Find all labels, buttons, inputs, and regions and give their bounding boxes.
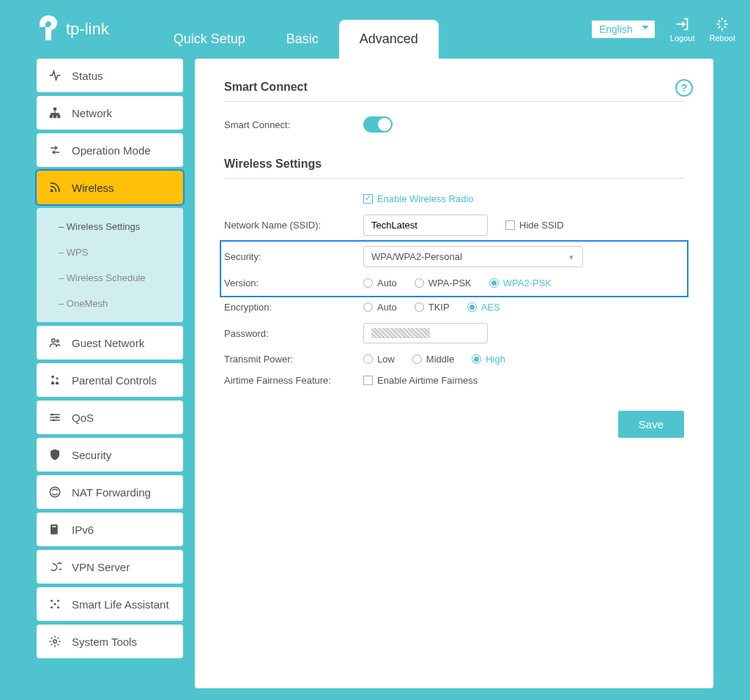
- password-label: Password:: [224, 328, 363, 339]
- password-masked: [371, 328, 430, 338]
- gear-icon: [48, 635, 62, 648]
- logout-icon: [675, 16, 691, 32]
- vpn-icon: [48, 560, 62, 573]
- wireless-icon: [48, 181, 62, 194]
- sidebar-item-parental[interactable]: Parental Controls: [37, 363, 183, 397]
- shield-icon: [48, 448, 62, 461]
- content-panel: ? Smart Connect Smart Connect: Wireless …: [195, 59, 713, 688]
- guest-icon: [48, 336, 62, 349]
- version-label: Version:: [224, 278, 363, 288]
- main-tabs: Quick Setup Basic Advanced: [153, 0, 591, 59]
- svg-line-4: [719, 21, 721, 23]
- version-wpa-radio[interactable]: WPA-PSK: [415, 278, 472, 288]
- svg-point-20: [51, 606, 53, 608]
- tab-advanced[interactable]: Advanced: [339, 20, 439, 59]
- sidebar-item-qos[interactable]: QoS: [37, 401, 183, 434]
- svg-point-10: [51, 376, 54, 379]
- encryption-aes-radio[interactable]: AES: [467, 302, 500, 313]
- sidebar-item-tools[interactable]: System Tools: [37, 625, 183, 658]
- sidebar-item-status[interactable]: Status: [37, 59, 183, 92]
- svg-point-8: [51, 190, 52, 192]
- svg-line-6: [719, 26, 721, 29]
- smart-connect-title: Smart Connect: [224, 81, 684, 102]
- svg-point-9: [52, 339, 56, 343]
- sidebar-item-security[interactable]: Security: [37, 438, 183, 472]
- reboot-button[interactable]: Reboot: [710, 16, 735, 42]
- encryption-auto-radio[interactable]: Auto: [363, 302, 397, 313]
- hide-ssid-checkbox[interactable]: Hide SSID: [505, 220, 564, 231]
- ssid-label: Network Name (SSID):: [224, 220, 363, 231]
- svg-line-7: [724, 21, 727, 23]
- qos-icon: [48, 411, 62, 424]
- password-input[interactable]: [363, 323, 488, 343]
- operation-icon: [48, 144, 62, 157]
- sidebar-item-wireless[interactable]: Wireless: [37, 171, 183, 204]
- svg-point-21: [57, 606, 59, 608]
- brand-logo: tp-link: [37, 15, 109, 43]
- sidebar-item-guest[interactable]: Guest Network: [37, 326, 183, 360]
- version-wpa2-radio[interactable]: WPA2-PSK: [489, 278, 552, 288]
- svg-point-14: [53, 419, 55, 421]
- encryption-label: Encryption:: [224, 302, 363, 313]
- language-select[interactable]: English: [591, 20, 656, 39]
- tab-basic[interactable]: Basic: [266, 20, 339, 59]
- sidebar-item-operation[interactable]: Operation Mode: [37, 133, 183, 167]
- wireless-submenu: Wireless Settings WPS Wireless Schedule …: [37, 208, 183, 322]
- svg-line-5: [724, 26, 727, 29]
- network-icon: [48, 106, 62, 119]
- sidebar-item-smart[interactable]: Smart Life Assistant: [37, 587, 183, 621]
- svg-point-18: [51, 600, 53, 602]
- transmit-low-radio[interactable]: Low: [363, 354, 395, 365]
- encryption-tkip-radio[interactable]: TKIP: [415, 302, 450, 313]
- logout-button[interactable]: Logout: [670, 16, 695, 42]
- subitem-wps[interactable]: WPS: [37, 239, 183, 265]
- sidebar: Status Network Operation Mode Wireless W…: [37, 59, 183, 688]
- svg-point-11: [56, 377, 59, 379]
- svg-point-22: [54, 603, 56, 606]
- smart-connect-toggle[interactable]: [363, 116, 393, 133]
- sidebar-item-nat[interactable]: NAT Forwarding: [37, 475, 183, 509]
- nat-icon: [48, 485, 62, 499]
- subitem-onemesh[interactable]: OneMesh: [37, 291, 183, 316]
- ssid-input[interactable]: [363, 215, 488, 236]
- enable-wireless-checkbox[interactable]: Enable Wireless Radio: [363, 193, 474, 204]
- transmit-high-radio[interactable]: High: [472, 354, 505, 365]
- ipv6-icon: [48, 523, 62, 536]
- sidebar-item-vpn[interactable]: VPN Server: [37, 550, 183, 584]
- svg-point-23: [53, 640, 57, 644]
- smart-icon: [48, 597, 62, 611]
- svg-rect-16: [51, 524, 58, 535]
- reboot-icon: [714, 16, 730, 32]
- svg-point-15: [50, 487, 60, 497]
- airtime-label: Airtime Fairness Feature:: [224, 375, 363, 386]
- sidebar-item-network[interactable]: Network: [37, 96, 183, 130]
- wireless-settings-title: Wireless Settings: [224, 157, 684, 179]
- transmit-mid-radio[interactable]: Middle: [412, 354, 454, 365]
- tab-quick-setup[interactable]: Quick Setup: [153, 20, 266, 59]
- status-icon: [48, 69, 62, 82]
- subitem-wireless-settings[interactable]: Wireless Settings: [37, 214, 183, 239]
- save-button[interactable]: Save: [618, 411, 684, 438]
- svg-point-12: [51, 414, 53, 416]
- svg-rect-17: [52, 526, 56, 528]
- tplink-icon: [37, 15, 60, 43]
- help-icon[interactable]: ?: [675, 79, 693, 97]
- sidebar-item-ipv6[interactable]: IPv6: [37, 513, 183, 546]
- transmit-label: Transmit Power:: [224, 354, 363, 365]
- brand-text: tp-link: [66, 20, 109, 39]
- smart-connect-label: Smart Connect:: [224, 119, 363, 130]
- svg-point-13: [56, 417, 58, 419]
- security-label: Security:: [224, 251, 363, 262]
- subitem-wireless-schedule[interactable]: Wireless Schedule: [37, 265, 183, 291]
- airtime-checkbox[interactable]: Enable Airtime Fairness: [363, 375, 478, 386]
- svg-point-19: [57, 600, 59, 602]
- security-select[interactable]: WPA/WPA2-Personal: [363, 246, 583, 267]
- version-auto-radio[interactable]: Auto: [363, 278, 397, 288]
- parental-icon: [48, 373, 62, 387]
- security-highlight: Security: WPA/WPA2-Personal Version: Aut…: [220, 240, 688, 297]
